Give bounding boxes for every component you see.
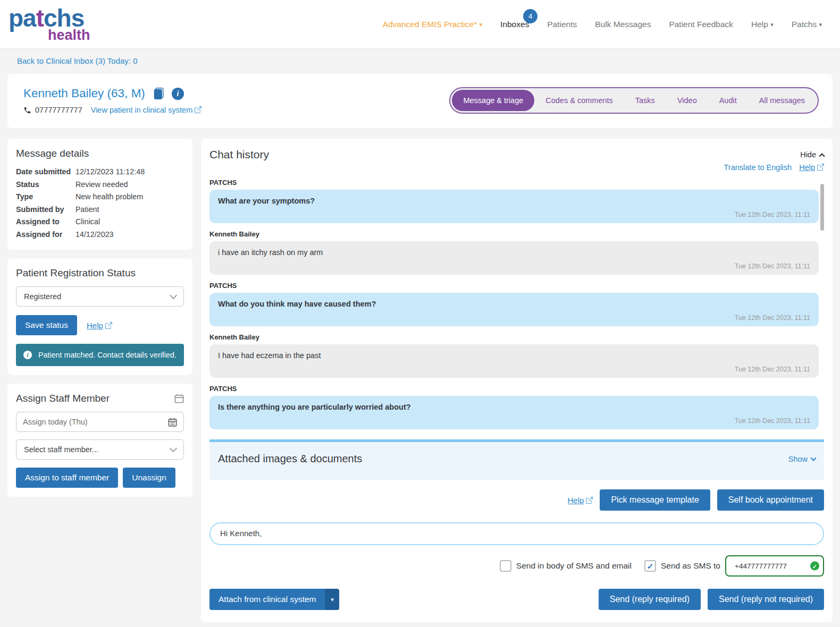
assign-staff-card: Assign Staff Member Assign today (Thu) S… xyxy=(7,384,192,497)
hide-chat-toggle[interactable]: Hide xyxy=(800,150,824,159)
chevron-down-icon: ▾ xyxy=(770,21,774,28)
valid-check-icon: ✓ xyxy=(810,562,819,571)
nav-patient-feedback[interactable]: Patient Feedback xyxy=(669,20,733,29)
left-sidebar: Message details Date submitted12/12/2023… xyxy=(7,139,192,497)
assign-staff-button[interactable]: Assign to staff member xyxy=(16,468,118,488)
detail-row-assigned-for: Assigned for14/12/2023 xyxy=(16,228,184,241)
calendar-icon[interactable] xyxy=(174,394,184,403)
logo-word-health: health xyxy=(48,28,90,43)
detail-row-submitted-by: Submitted byPatient xyxy=(16,204,184,216)
save-status-button[interactable]: Save status xyxy=(16,315,77,335)
message-details-title: Message details xyxy=(16,148,184,159)
assign-title: Assign Staff Member xyxy=(16,393,110,404)
message-triage-panel: Chat history Hide Translate to English H… xyxy=(201,139,833,622)
patchs-logo[interactable]: patchs health xyxy=(9,6,90,43)
registration-title: Patient Registration Status xyxy=(16,267,184,279)
chevron-up-icon xyxy=(819,153,825,159)
chat-scrollbar[interactable] xyxy=(820,184,824,231)
chat-help-link[interactable]: Help xyxy=(799,163,815,172)
message-timestamp: Tue 12th Dec 2023, 11:11 xyxy=(735,417,810,425)
send-options-row: ✓ Send in body of SMS and email ✓ Send a… xyxy=(209,555,824,577)
compose-help-link[interactable]: Help xyxy=(568,496,584,505)
breadcrumb: Back to Clinical Inbox (3) Today: 0 xyxy=(0,49,840,66)
message-timestamp: Tue 12th Dec 2023, 11:11 xyxy=(735,211,810,218)
pick-template-button[interactable]: Pick message template xyxy=(600,489,710,511)
tab-message-triage[interactable]: Message & triage xyxy=(452,90,534,111)
chevron-down-icon: ▾ xyxy=(479,21,482,28)
assign-date-input[interactable]: Assign today (Thu) xyxy=(16,412,184,432)
attached-title: Attached images & documents xyxy=(218,453,362,465)
chevron-down-icon xyxy=(170,444,177,452)
message-details-card: Message details Date submitted12/12/2023… xyxy=(7,139,192,250)
chat-message-list: PATCHS What are your symptoms? Tue 12th … xyxy=(209,179,824,429)
view-patient-link[interactable]: View patient in clinical system xyxy=(91,106,193,114)
show-attachments-toggle[interactable]: Show xyxy=(788,455,816,463)
tab-audit[interactable]: Audit xyxy=(708,90,748,111)
chevron-down-icon xyxy=(810,455,816,461)
external-link-icon xyxy=(105,322,112,329)
tab-tasks[interactable]: Tasks xyxy=(624,90,666,111)
send-sms-checkbox[interactable]: ✓ xyxy=(644,560,656,572)
info-icon: i xyxy=(23,351,32,359)
tab-codes-comments[interactable]: Codes & comments xyxy=(534,90,624,111)
translate-link[interactable]: Translate to English xyxy=(724,163,792,172)
info-icon[interactable]: i xyxy=(172,88,184,100)
chat-history-title: Chat history xyxy=(209,148,269,161)
patient-phone: 07777777777 xyxy=(23,106,82,114)
phone-icon xyxy=(23,106,31,114)
detail-row-status: StatusReview needed xyxy=(16,179,184,191)
nav-patients[interactable]: Patients xyxy=(547,20,577,29)
message-timestamp: Tue 12th Dec 2023, 11:11 xyxy=(735,262,810,270)
external-link-icon xyxy=(586,497,593,504)
sms-number-input[interactable] xyxy=(725,555,824,577)
registration-status-select[interactable]: Registered xyxy=(16,286,184,307)
registration-help-link[interactable]: Help xyxy=(87,321,103,330)
chat-message: PATCHS Is there anything you are particu… xyxy=(209,385,819,429)
external-link-icon xyxy=(195,106,201,113)
inboxes-count-badge: 4 xyxy=(523,9,537,23)
registration-status-card: Patient Registration Status Registered S… xyxy=(7,258,192,375)
staff-member-select[interactable]: Select staff member... xyxy=(16,439,184,460)
nav-patchs-dropdown[interactable]: Patchs ▾ xyxy=(792,20,822,29)
chat-message: PATCHS What do you think may have caused… xyxy=(209,282,819,326)
detail-row-date-submitted: Date submitted12/12/2023 11:12:48 xyxy=(16,166,184,179)
send-sms-label: Send as SMS to xyxy=(661,561,720,571)
chat-message: Kenneth Bailey i have an itchy rash on m… xyxy=(209,230,819,275)
copy-icon[interactable] xyxy=(153,88,164,99)
message-compose-field[interactable]: Hi Kenneth, xyxy=(209,522,824,545)
nav-practice-dropdown[interactable]: Advanced EMIS Practice* ▾ xyxy=(383,20,482,29)
nav-help-dropdown[interactable]: Help ▾ xyxy=(751,20,774,29)
send-body-checkbox[interactable]: ✓ xyxy=(500,560,511,572)
message-timestamp: Tue 12th Dec 2023, 11:11 xyxy=(735,366,810,373)
send-reply-not-required-button[interactable]: Send (reply not required) xyxy=(708,589,824,610)
top-navbar: patchs health Advanced EMIS Practice* ▾ … xyxy=(0,0,840,49)
nav-inboxes[interactable]: Inboxes4 xyxy=(500,20,529,29)
patient-identity: Kenneth Bailey (63, M) i 07777777777 Vie… xyxy=(23,87,201,114)
attached-documents-section: Attached images & documents Show xyxy=(209,439,824,480)
message-compose-input[interactable]: Hi Kenneth, xyxy=(220,529,813,539)
chevron-down-icon: ▾ xyxy=(819,21,822,28)
chat-message: Kenneth Bailey I have had eczema in the … xyxy=(209,333,819,378)
back-to-inbox-link[interactable]: Back to Clinical Inbox (3) Today: 0 xyxy=(17,56,138,65)
patient-name[interactable]: Kenneth Bailey (63, M) xyxy=(23,87,145,100)
attach-split-button: Attach from clinical system ▾ xyxy=(209,589,339,610)
calendar-icon[interactable] xyxy=(168,418,177,427)
send-body-label: Send in body of SMS and email xyxy=(516,561,632,571)
detail-row-assigned-to: Assigned toClinical xyxy=(16,216,184,228)
attach-dropdown-toggle[interactable]: ▾ xyxy=(325,589,339,610)
nav-bulk-messages[interactable]: Bulk Messages xyxy=(595,20,651,29)
patient-matched-banner: i Patient matched. Contact details verif… xyxy=(16,344,184,366)
main-nav: Advanced EMIS Practice* ▾ Inboxes4 Patie… xyxy=(383,20,822,29)
chat-message: PATCHS What are your symptoms? Tue 12th … xyxy=(209,179,819,223)
tab-video[interactable]: Video xyxy=(666,90,708,111)
patient-header-card: Kenneth Bailey (63, M) i 07777777777 Vie… xyxy=(7,74,833,128)
unassign-button[interactable]: Unassign xyxy=(123,468,175,488)
tab-all-messages[interactable]: All messages xyxy=(748,90,816,111)
send-reply-required-button[interactable]: Send (reply required) xyxy=(599,589,701,610)
message-timestamp: Tue 12th Dec 2023, 11:11 xyxy=(735,314,810,321)
patient-tab-bar: Message & triage Codes & comments Tasks … xyxy=(449,87,819,114)
self-book-button[interactable]: Self book appointment xyxy=(717,489,824,511)
external-link-icon xyxy=(817,164,824,171)
attach-from-clinical-button[interactable]: Attach from clinical system xyxy=(209,589,325,610)
chevron-down-icon xyxy=(170,291,177,299)
